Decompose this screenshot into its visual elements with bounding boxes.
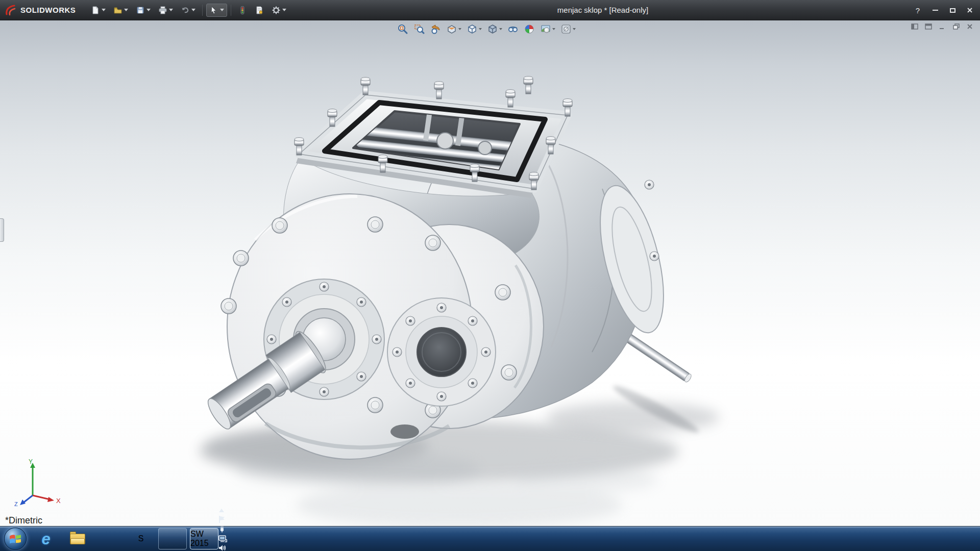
previous-view-button[interactable]: [428, 22, 443, 36]
pane-full-icon: [925, 23, 932, 30]
print-button[interactable]: [155, 4, 176, 17]
view-orientation-button[interactable]: [465, 22, 483, 36]
section-view-icon: [446, 23, 457, 35]
taskbar-internet-explorer[interactable]: e: [32, 528, 60, 549]
dropdown-caret-icon: [552, 28, 555, 30]
solidworks-logo: SOLIDWORKS: [0, 0, 83, 20]
options-button[interactable]: [268, 4, 289, 17]
dropdown-caret-icon: [573, 28, 576, 30]
rebuild-button[interactable]: [235, 4, 250, 17]
dropdown-caret-icon: [282, 9, 286, 11]
doc-close-button[interactable]: [965, 22, 975, 31]
taskbar-skype[interactable]: S: [127, 528, 155, 549]
close-button[interactable]: [963, 5, 977, 16]
apply-scene-button[interactable]: [538, 22, 557, 36]
maximize-icon: [950, 8, 955, 13]
taskbar-windows-explorer[interactable]: [63, 528, 92, 549]
zoom-to-area-button[interactable]: [412, 22, 426, 36]
section-view-button[interactable]: [445, 22, 463, 36]
solidworks-window: SOLIDWORKS: [0, 0, 980, 551]
system-tray: 2:15 PM 7/28/2015: [218, 506, 255, 551]
select-cursor-icon: [209, 6, 218, 15]
view-settings-button[interactable]: [559, 22, 577, 36]
network-button[interactable]: [218, 535, 255, 544]
internet-explorer-icon: e: [41, 531, 50, 547]
doc-restore-button[interactable]: [951, 22, 961, 31]
view-orientation-label: *Dimetric: [5, 515, 42, 526]
windows-explorer-icon: [70, 534, 85, 544]
solidworks-letters: SW: [190, 530, 204, 538]
document-window-controls: [910, 22, 975, 31]
print-icon: [158, 6, 167, 15]
display-network-icon: [218, 535, 227, 542]
hide-show-items-icon: [507, 23, 519, 35]
rebuild-icon: [238, 6, 247, 15]
dropdown-caret-icon: [479, 28, 482, 30]
edit-appearance-button[interactable]: [522, 22, 536, 36]
file-properties-button[interactable]: [252, 4, 267, 17]
undo-button[interactable]: [178, 4, 199, 17]
gearbox-3d-model[interactable]: [0, 20, 980, 526]
solidworks-logo-icon: [4, 4, 17, 17]
open-button[interactable]: [110, 4, 131, 17]
right-bearing-hub[interactable]: [387, 298, 496, 406]
brand-name: SOLIDWORKS: [20, 6, 76, 14]
dropdown-caret-icon: [191, 9, 195, 11]
toolbar-separator: [231, 5, 231, 16]
dropdown-caret-icon: [220, 9, 224, 11]
power-plug-icon: [218, 525, 226, 533]
heads-up-view-toolbar: [396, 22, 577, 36]
doc-close-icon: [967, 23, 973, 30]
taskbar-command-prompt[interactable]: [158, 528, 187, 549]
save-button[interactable]: [133, 4, 154, 17]
triad-z-label: Z: [14, 501, 18, 507]
show-hidden-icons-button[interactable]: [218, 506, 255, 515]
edit-appearance-icon: [524, 23, 535, 35]
titlebar: SOLIDWORKS: [0, 0, 980, 20]
taskbar-solidworks[interactable]: SW 2015: [190, 528, 218, 549]
zoom-to-area-icon: [413, 23, 425, 35]
dropdown-caret-icon: [146, 9, 151, 11]
maximize-button[interactable]: [945, 5, 960, 16]
undo-icon: [181, 6, 190, 15]
zoom-to-fit-button[interactable]: [396, 22, 410, 36]
power-button[interactable]: [218, 525, 255, 535]
minimize-button[interactable]: [928, 5, 942, 16]
graphics-viewport[interactable]: Y X Z *Dimetric: [0, 20, 980, 526]
doc-minimize-icon: [939, 23, 945, 30]
taskbar-media-player[interactable]: [95, 528, 124, 549]
dropdown-caret-icon: [102, 9, 106, 11]
action-center-flag-icon: [218, 515, 226, 523]
solidworks-version-badge: 2015: [190, 539, 209, 547]
start-button[interactable]: [4, 528, 27, 550]
windows-flag-icon: [9, 533, 21, 545]
triad-y-label: Y: [29, 458, 33, 465]
previous-view-icon: [430, 23, 441, 35]
menu-bar-toolbar: [88, 4, 289, 17]
skype-icon: S: [138, 534, 144, 543]
help-button[interactable]: ?: [911, 5, 925, 16]
pane-left-button[interactable]: [910, 22, 920, 31]
dropdown-caret-icon: [169, 9, 173, 11]
minimize-icon: [933, 10, 938, 11]
toolbar-separator: [202, 5, 203, 16]
zoom-to-fit-icon: [397, 23, 408, 35]
options-gear-icon: [272, 6, 281, 15]
pane-full-button[interactable]: [923, 22, 934, 31]
select-tool-button[interactable]: [206, 4, 227, 17]
display-style-button[interactable]: [485, 22, 504, 36]
volume-button[interactable]: [218, 544, 255, 551]
close-icon: [967, 7, 973, 13]
feature-manager-splitter-tab[interactable]: [0, 218, 4, 242]
open-folder-icon: [113, 6, 122, 15]
save-icon: [136, 6, 145, 15]
pane-left-icon: [911, 23, 918, 30]
hide-show-items-button[interactable]: [506, 22, 520, 36]
triad-x-label: X: [56, 497, 61, 505]
doc-minimize-button[interactable]: [937, 22, 947, 31]
action-center-button[interactable]: [218, 515, 255, 525]
apply-scene-icon: [540, 23, 551, 35]
new-document-button[interactable]: [88, 4, 109, 17]
taskbar-apps: e S SW 2015: [32, 528, 218, 549]
show-hidden-icons-icon: [218, 508, 225, 513]
